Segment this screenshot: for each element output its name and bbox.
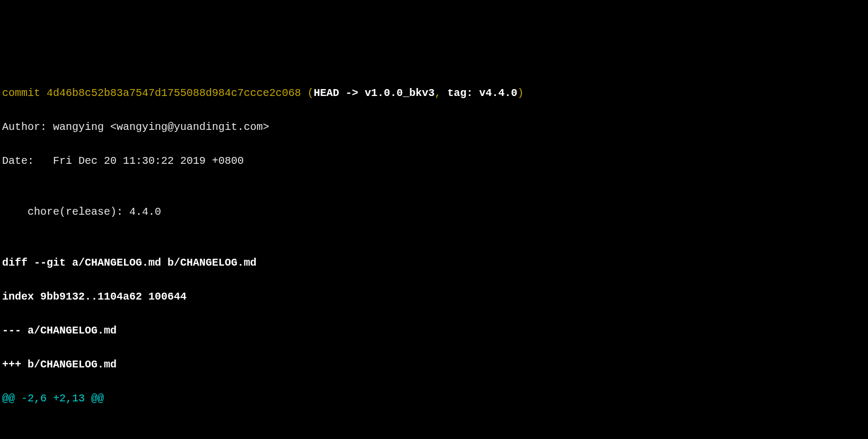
tag-label: tag: v4.4.0 [447, 87, 517, 99]
date-line: Date: Fri Dec 20 11:30:22 2019 +0800 [2, 153, 866, 170]
minus-file-line: --- a/CHANGELOG.md [2, 322, 866, 339]
commit-message: chore(release): 4.4.0 [2, 204, 866, 221]
comma: , [435, 87, 447, 99]
plus-file-line: +++ b/CHANGELOG.md [2, 356, 866, 373]
commit-hash: 4d46b8c52b83a7547d1755088d984c7ccce2c068 [47, 87, 301, 99]
index-line: index 9bb9132..1104a62 100644 [2, 288, 866, 305]
terminal-output[interactable]: commit 4d46b8c52b83a7547d1755088d984c7cc… [0, 68, 868, 439]
head-label: HEAD -> [314, 87, 365, 99]
hunk-header: @@ -2,6 +2,13 @@ [2, 390, 866, 407]
author-line: Author: wangying <wangying@yuandingit.co… [2, 119, 866, 136]
commit-line: commit 4d46b8c52b83a7547d1755088d984c7cc… [2, 85, 866, 102]
commit-label: commit [2, 87, 47, 99]
paren-close: ) [517, 87, 524, 99]
branch-name: v1.0.0_bkv3 [365, 87, 435, 99]
paren-open: ( [301, 87, 314, 99]
diff-line: diff --git a/CHANGELOG.md b/CHANGELOG.md [2, 254, 866, 271]
